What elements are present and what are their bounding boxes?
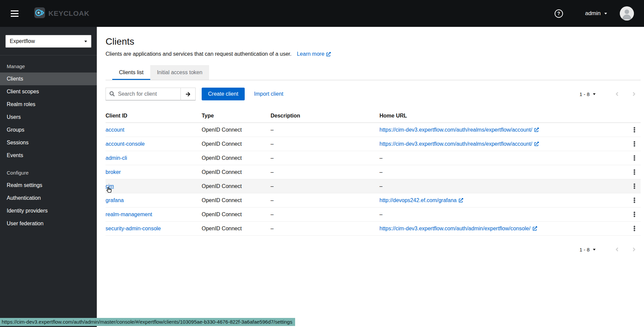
toolbar: Create client Import client 1 - 8 [106, 88, 641, 100]
row-actions-cell [622, 179, 641, 193]
app-header: KEYCLOAK ? admin [0, 0, 644, 27]
client-id-cell: cim [106, 180, 202, 193]
kebab-menu-button[interactable] [630, 225, 639, 232]
tab-clients-list[interactable]: Clients list [112, 65, 150, 80]
external-link-icon [533, 226, 537, 231]
search-submit-button[interactable] [181, 88, 196, 100]
kebab-menu-button[interactable] [630, 154, 639, 162]
nav-section-title: Manage [0, 63, 97, 73]
sidebar-nav: ManageClientsClient scopesRealm rolesUse… [0, 55, 97, 230]
column-header-actions [622, 112, 641, 120]
client-id-link[interactable]: admin-cli [106, 155, 127, 161]
pagination-bottom-prev-button[interactable] [615, 246, 619, 252]
realm-selector[interactable]: Expertflow [5, 35, 91, 48]
kebab-menu-button[interactable] [630, 211, 639, 218]
pagination-bottom-next-button[interactable] [632, 246, 636, 252]
sidebar-item-client-scopes[interactable]: Client scopes [0, 85, 97, 98]
pagination-next-button[interactable] [632, 91, 636, 97]
home-url-link[interactable]: https://cim-dev3.expertflow.com/auth/rea… [379, 127, 539, 133]
kebab-menu-button[interactable] [630, 168, 639, 176]
kebab-menu-button[interactable] [630, 126, 639, 134]
client-id-cell: broker [106, 166, 202, 179]
sidebar-item-groups[interactable]: Groups [0, 124, 97, 136]
tab-initial-access-token[interactable]: Initial access token [150, 65, 209, 80]
clients-table-body: accountOpenID Connect–https://cim-dev3.e… [106, 123, 641, 236]
home-url-link[interactable]: https://cim-dev3.expertflow.com/auth/rea… [379, 141, 539, 147]
realm-name: Expertflow [10, 38, 35, 44]
user-avatar-icon [620, 6, 634, 20]
clients-table: Client IDTypeDescriptionHome URL account… [106, 109, 641, 236]
column-header: Client ID [106, 109, 202, 123]
pagination-top: 1 - 8 [579, 91, 636, 97]
client-id-link[interactable]: account-console [106, 141, 145, 147]
client-type-cell: OpenID Connect [202, 124, 271, 136]
table-row: realm-managementOpenID Connect–– [106, 207, 641, 222]
client-type-cell: OpenID Connect [202, 152, 271, 165]
client-description-cell: – [271, 194, 379, 207]
learn-more-link[interactable]: Learn more [297, 51, 331, 57]
nav-toggle-button[interactable] [11, 10, 18, 17]
client-id-link[interactable]: security-admin-console [106, 226, 161, 232]
client-description-cell: – [271, 138, 379, 150]
search-icon [110, 91, 115, 96]
sidebar-item-realm-settings[interactable]: Realm settings [0, 179, 97, 192]
home-url-cell: – [379, 180, 622, 193]
pagination-range-dropdown[interactable]: 1 - 8 [579, 91, 596, 97]
kebab-menu-button[interactable] [630, 182, 639, 190]
sidebar: Expertflow ManageClientsClient scopesRea… [0, 27, 97, 327]
sidebar-item-users[interactable]: Users [0, 111, 97, 124]
client-type-cell: OpenID Connect [202, 194, 271, 207]
user-menu-button[interactable]: admin [585, 10, 607, 17]
client-id-link[interactable]: grafana [106, 197, 124, 203]
sidebar-item-sessions[interactable]: Sessions [0, 136, 97, 149]
external-link-icon [459, 198, 463, 202]
kebab-menu-icon [633, 226, 636, 231]
kebab-menu-button[interactable] [630, 140, 639, 148]
home-url-link[interactable]: https://cim-dev3.expertflow.com/auth/adm… [379, 226, 537, 232]
sidebar-item-realm-roles[interactable]: Realm roles [0, 98, 97, 111]
help-icon[interactable]: ? [555, 9, 563, 18]
client-id-link[interactable]: cim [106, 183, 114, 189]
client-id-cell: security-admin-console [106, 222, 202, 235]
learn-more-label: Learn more [297, 51, 324, 57]
home-url-cell: https://cim-dev3.expertflow.com/auth/rea… [379, 138, 622, 150]
client-id-link[interactable]: realm-management [106, 212, 152, 218]
pagination-bottom-range-dropdown[interactable]: 1 - 8 [579, 247, 596, 252]
search-input[interactable] [106, 88, 181, 100]
pagination-prev-button[interactable] [615, 91, 619, 97]
home-url-cell: https://cim-dev3.expertflow.com/auth/rea… [379, 124, 622, 136]
row-actions-cell [622, 123, 641, 137]
home-url-cell: http://devops242.ef.com/grafana [379, 194, 622, 207]
nav-section-title: Configure [0, 170, 97, 179]
keycloak-logo-text: KEYCLOAK [48, 9, 89, 17]
client-description-cell: – [271, 208, 379, 221]
kebab-menu-icon [633, 155, 636, 161]
kebab-menu-button[interactable] [630, 196, 639, 204]
chevron-down-icon [593, 93, 596, 95]
table-row: admin-cliOpenID Connect–– [106, 151, 641, 165]
sidebar-item-events[interactable]: Events [0, 149, 97, 162]
nav-section: ConfigureRealm settingsAuthenticationIde… [0, 162, 97, 230]
table-row: security-admin-consoleOpenID Connect–htt… [106, 222, 641, 236]
client-type-cell: OpenID Connect [202, 222, 271, 235]
home-url-link[interactable]: http://devops242.ef.com/grafana [379, 197, 463, 203]
client-id-link[interactable]: broker [106, 169, 121, 175]
table-row: brokerOpenID Connect–– [106, 165, 641, 179]
client-id-cell: grafana [106, 194, 202, 207]
sidebar-item-identity-providers[interactable]: Identity providers [0, 204, 97, 217]
header-actions: ? admin [555, 6, 634, 20]
table-row: accountOpenID Connect–https://cim-dev3.e… [106, 123, 641, 137]
keycloak-logo[interactable]: KEYCLOAK [34, 7, 89, 20]
sidebar-item-user-federation[interactable]: User federation [0, 217, 97, 230]
arrow-right-icon [186, 92, 191, 97]
sidebar-item-authentication[interactable]: Authentication [0, 192, 97, 204]
client-id-link[interactable]: account [106, 127, 124, 133]
row-actions-cell [622, 137, 641, 151]
avatar[interactable] [620, 6, 634, 20]
client-description-cell: – [271, 222, 379, 235]
create-client-button[interactable]: Create client [202, 88, 245, 100]
sidebar-item-clients[interactable]: Clients [0, 73, 97, 85]
main-content: Clients Clients are applications and ser… [97, 27, 644, 252]
import-client-link[interactable]: Import client [254, 91, 283, 97]
client-type-cell: OpenID Connect [202, 166, 271, 179]
